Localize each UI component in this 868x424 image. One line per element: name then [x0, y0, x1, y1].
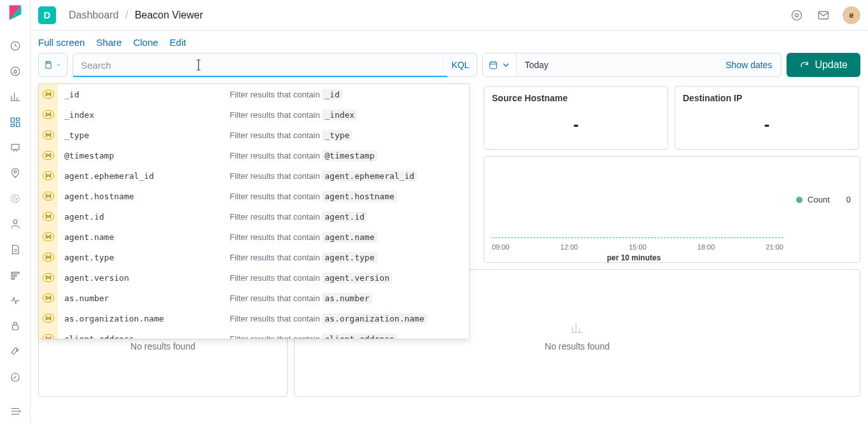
- autocomplete-item[interactable]: ⋈@timestampFilter results that contain @…: [39, 145, 469, 166]
- side-nav: [0, 0, 31, 424]
- autocomplete-field-name: as.organization.name: [58, 314, 230, 323]
- field-type-icon: ⋈: [39, 329, 58, 339]
- nav-visualize-icon[interactable]: [8, 89, 23, 104]
- svg-point-11: [11, 195, 19, 202]
- share-link[interactable]: Share: [96, 37, 122, 48]
- nav-canvas-icon[interactable]: [8, 140, 23, 155]
- query-bar: KQL Today Show dates Update: [31, 53, 868, 83]
- kibana-logo[interactable]: [6, 4, 24, 22]
- breadcrumb-root[interactable]: Dashboard: [69, 10, 118, 20]
- nav-uptime-icon[interactable]: [8, 293, 23, 308]
- chart-tick: 15:00: [629, 243, 647, 251]
- autocomplete-field-name: agent.hostname: [58, 192, 230, 201]
- autocomplete-item[interactable]: ⋈agent.ephemeral_idFilter results that c…: [39, 166, 469, 186]
- panels-area: ⋈_idFilter results that contain _id⋈_ind…: [31, 83, 868, 424]
- calendar-icon: [488, 60, 498, 70]
- mail-icon[interactable]: [816, 8, 831, 23]
- header-bar: D Dashboard / Beacon Viewer e: [31, 0, 868, 31]
- svg-rect-20: [47, 62, 50, 64]
- field-type-icon: ⋈: [39, 247, 58, 267]
- autocomplete-description: Filter results that contain agent.versio…: [230, 273, 469, 283]
- panel-title: Destination IP: [683, 93, 851, 103]
- autocomplete-item[interactable]: ⋈agent.versionFilter results that contai…: [39, 267, 469, 288]
- autocomplete-description: Filter results that contain agent.type: [230, 253, 469, 262]
- nav-siem-icon[interactable]: [8, 318, 23, 334]
- autocomplete-field-name: as.number: [58, 293, 230, 303]
- full-screen-link[interactable]: Full screen: [38, 37, 85, 48]
- svg-rect-19: [819, 11, 829, 19]
- autocomplete-item[interactable]: ⋈_idFilter results that contain _id: [39, 84, 469, 104]
- autocomplete-description: Filter results that contain agent.name: [230, 232, 469, 242]
- nav-apm-icon[interactable]: [8, 267, 23, 283]
- nav-recent-icon[interactable]: [8, 38, 23, 53]
- autocomplete-item[interactable]: ⋈as.numberFilter results that contain as…: [39, 288, 469, 308]
- autocomplete-item[interactable]: ⋈agent.nameFilter results that contain a…: [39, 227, 469, 247]
- nav-infra-icon[interactable]: [8, 216, 23, 232]
- autocomplete-field-name: agent.name: [58, 232, 230, 242]
- autocomplete-item[interactable]: ⋈_indexFilter results that contain _inde…: [39, 104, 469, 125]
- edit-link[interactable]: Edit: [170, 37, 186, 48]
- svg-point-17: [792, 10, 802, 20]
- nav-maps-icon[interactable]: [8, 166, 23, 181]
- nav-discover-icon[interactable]: [8, 64, 23, 79]
- field-type-icon: ⋈: [39, 104, 58, 125]
- no-results-text: No results found: [130, 341, 195, 351]
- nav-dashboard-icon[interactable]: [8, 115, 23, 130]
- svg-point-3: [11, 67, 20, 76]
- chart-tick: 18:00: [697, 243, 715, 251]
- field-type-icon: ⋈: [39, 186, 58, 206]
- autocomplete-item[interactable]: ⋈agent.idFilter results that contain age…: [39, 206, 469, 227]
- field-type-icon: ⋈: [39, 267, 58, 288]
- panel-source-hostname: Source Hostname -: [484, 86, 668, 150]
- user-avatar[interactable]: e: [843, 6, 860, 24]
- search-input[interactable]: [73, 53, 443, 76]
- field-type-icon: ⋈: [39, 308, 58, 329]
- date-range-label[interactable]: Today: [517, 53, 717, 76]
- breadcrumb-current: Beacon Viewer: [135, 10, 203, 20]
- nav-ml-icon[interactable]: [8, 191, 23, 206]
- saved-queries-button[interactable]: [38, 53, 67, 77]
- nav-devtools-icon[interactable]: [8, 344, 23, 359]
- date-picker: Today Show dates: [482, 53, 781, 77]
- kql-toggle[interactable]: KQL: [443, 53, 477, 76]
- chart-legend: Count 0: [796, 195, 851, 204]
- autocomplete-item[interactable]: ⋈agent.typeFilter results that contain a…: [39, 247, 469, 267]
- no-results-text: No results found: [545, 341, 610, 351]
- svg-rect-6: [16, 122, 19, 127]
- autocomplete-description: Filter results that contain _index: [230, 110, 469, 120]
- date-quick-select[interactable]: [483, 53, 517, 76]
- no-results-icon: [570, 321, 584, 335]
- svg-point-9: [14, 171, 17, 173]
- search-autocomplete[interactable]: ⋈_idFilter results that contain _id⋈_ind…: [38, 83, 470, 339]
- autocomplete-item[interactable]: ⋈_typeFilter results that contain _type: [39, 125, 469, 145]
- autocomplete-item[interactable]: ⋈as.organization.nameFilter results that…: [39, 308, 469, 329]
- autocomplete-description: Filter results that contain as.number: [230, 293, 469, 303]
- update-button-label: Update: [815, 59, 848, 71]
- space-selector[interactable]: D: [38, 6, 56, 24]
- clone-link[interactable]: Clone: [133, 37, 158, 48]
- svg-rect-7: [11, 124, 14, 127]
- chart-x-ticks: 09:0012:0015:0018:0021:00: [492, 243, 783, 251]
- show-dates-link[interactable]: Show dates: [717, 53, 781, 76]
- breadcrumb: Dashboard / Beacon Viewer: [69, 10, 203, 21]
- dashboard-actions: Full screen Share Clone Edit: [31, 31, 868, 53]
- autocomplete-description: Filter results that contain client.addre…: [230, 334, 469, 340]
- svg-rect-21: [490, 62, 497, 69]
- svg-rect-16: [12, 325, 18, 330]
- nav-monitoring-icon[interactable]: [8, 369, 23, 385]
- autocomplete-item[interactable]: ⋈agent.hostnameFilter results that conta…: [39, 186, 469, 206]
- svg-rect-15: [11, 278, 15, 279]
- newsfeed-icon[interactable]: [789, 8, 804, 23]
- breadcrumb-separator: /: [125, 10, 128, 20]
- legend-color-dot: [796, 197, 802, 203]
- nav-collapse-icon[interactable]: [8, 404, 23, 419]
- svg-rect-4: [11, 118, 14, 122]
- field-type-icon: ⋈: [39, 227, 58, 247]
- autocomplete-description: Filter results that contain agent.id: [230, 212, 469, 222]
- update-button[interactable]: Update: [787, 53, 860, 77]
- panel-title: Source Hostname: [492, 93, 660, 103]
- nav-logs-icon[interactable]: [8, 242, 23, 257]
- autocomplete-description: Filter results that contain agent.epheme…: [230, 171, 469, 181]
- autocomplete-field-name: agent.type: [58, 253, 230, 262]
- autocomplete-item[interactable]: ⋈client.addressFilter results that conta…: [39, 329, 469, 339]
